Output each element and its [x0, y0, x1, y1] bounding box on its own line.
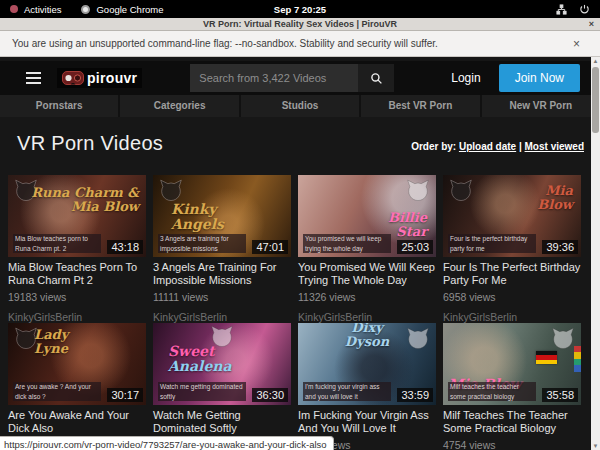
search-input[interactable]: [190, 64, 358, 92]
nav-categories[interactable]: Categories: [120, 95, 240, 117]
thumbnail-caption: Milf teaches the teacher some practical …: [448, 382, 536, 401]
window-close-icon[interactable]: ×: [589, 18, 594, 31]
order-upload-date-link[interactable]: Upload date: [459, 141, 516, 152]
video-title[interactable]: Watch Me Getting Dominated Softly: [153, 409, 291, 434]
nav-new-vr-porn[interactable]: New VR Porn: [482, 95, 600, 117]
video-card[interactable]: Runa Charm & Mia Blow Mia Blow teaches p…: [8, 175, 146, 323]
video-views: 19183 views: [8, 291, 146, 303]
scroll-down-icon[interactable]: ▼: [593, 442, 599, 450]
video-studio-link[interactable]: KinkyGirlsBerlin: [298, 311, 436, 323]
activities-icon: [10, 5, 18, 13]
video-views: 11326 views: [298, 291, 436, 303]
search-button[interactable]: [358, 64, 394, 92]
overlay-name-line: Lyne: [34, 342, 68, 356]
power-icon[interactable]: [579, 4, 590, 15]
video-title[interactable]: Four Is The Perfect Birthday Party For M…: [443, 261, 581, 286]
nav-studios[interactable]: Studios: [241, 95, 361, 117]
video-thumbnail[interactable]: Runa Charm & Mia Blow Mia Blow teaches p…: [8, 175, 146, 257]
video-studio-link[interactable]: KinkyGirlsBerlin: [153, 311, 291, 323]
video-title[interactable]: Mia Blow Teaches Porn To Runa Charm Pt 2: [8, 261, 146, 286]
video-card[interactable]: Billie Star You promised we will keep tr…: [298, 175, 436, 323]
thumbnail-overlay-name: Billie Star: [388, 211, 427, 238]
thumbnail-caption: Are you awake ? And your dick also ?: [13, 382, 101, 401]
video-thumbnail[interactable]: Mia Blow Four is the perfect birthday pa…: [443, 175, 581, 257]
app-menu-button[interactable]: Google Chrome: [96, 4, 163, 15]
site-header: pirouvr Login Join Now: [0, 61, 600, 95]
scrollbar-thumb[interactable]: [592, 67, 599, 133]
duration-badge: 39:36: [542, 240, 578, 254]
overlay-name-line: Star: [388, 225, 427, 239]
site-logo[interactable]: pirouvr: [57, 68, 142, 88]
overlay-name-line: Lady: [34, 328, 68, 342]
thumbnail-caption: Watch me getting dominated softly: [158, 382, 246, 401]
studio-cat-mask-icon: [13, 178, 39, 204]
overlay-name-line: Dixy: [345, 323, 389, 335]
window-title: VR Porn: Virtual Reality Sex Videos | Pi…: [203, 19, 397, 29]
login-link[interactable]: Login: [451, 71, 480, 85]
video-thumbnail[interactable]: Dixy Dyson I'm fucking your virgin ass a…: [298, 323, 436, 405]
video-grid: Runa Charm & Mia Blow Mia Blow teaches p…: [8, 175, 600, 450]
video-title[interactable]: Milf Teaches The Teacher Some Practical …: [443, 409, 581, 434]
join-now-button[interactable]: Join Now: [499, 64, 580, 92]
system-bar: Activities Google Chrome Sep 7 20:25: [0, 0, 600, 18]
hamburger-menu-icon[interactable]: [26, 72, 41, 85]
network-icon[interactable]: [556, 4, 567, 15]
video-card[interactable]: Lady Lyne Are you awake ? And your dick …: [8, 323, 146, 450]
order-most-viewed-link[interactable]: Most viewed: [525, 141, 584, 152]
overlay-name-line: Kinky: [171, 202, 224, 217]
video-views: 4754 views: [443, 439, 581, 450]
window-title-bar[interactable]: VR Porn: Virtual Reality Sex Videos | Pi…: [0, 18, 600, 31]
video-card[interactable]: Sweet Analena Watch me getting dominated…: [153, 323, 291, 450]
video-thumbnail[interactable]: Lady Lyne Are you awake ? And your dick …: [8, 323, 146, 405]
studio-cat-mask-icon: [448, 178, 474, 204]
duration-badge: 43:18: [107, 240, 143, 254]
video-title[interactable]: You Promised We Will Keep Trying The Who…: [298, 261, 436, 286]
video-studio-link[interactable]: KinkyGirlsBerlin: [443, 311, 581, 323]
video-thumbnail[interactable]: Kinky Angels 3 Angels are training for i…: [153, 175, 291, 257]
nav-pornstars[interactable]: Pornstars: [0, 95, 120, 117]
duration-badge: 30:17: [107, 388, 143, 402]
thumbnail-overlay-name: Kinky Angels: [171, 202, 224, 231]
nav-best-vr-porn[interactable]: Best VR Porn: [361, 95, 481, 117]
video-card[interactable]: Kinky Angels 3 Angels are training for i…: [153, 175, 291, 323]
thumbnail-caption: You promised we will keep trying the who…: [303, 234, 391, 253]
order-by-label: Order by:: [411, 141, 456, 152]
video-thumbnail[interactable]: Billie Star You promised we will keep tr…: [298, 175, 436, 257]
video-card[interactable]: Mia Blow Four is the perfect birthday pa…: [443, 175, 581, 323]
video-studio-link[interactable]: KinkyGirlsBerlin: [8, 311, 146, 323]
video-card[interactable]: Dixy Dyson I'm fucking your virgin ass a…: [298, 323, 436, 450]
german-flag-graphic: [536, 351, 557, 364]
thumbnail-overlay-name: Dixy Dyson: [345, 323, 389, 348]
studio-cat-mask-icon: [209, 324, 235, 350]
video-title[interactable]: Are You Awake And Your Dick Also: [8, 409, 146, 434]
activities-button[interactable]: Activities: [24, 4, 61, 15]
video-card[interactable]: Mia Blow Milf teaches the teacher some p…: [443, 323, 581, 450]
duration-badge: 36:30: [252, 388, 288, 402]
overlay-name-line: Blow: [537, 198, 573, 212]
logo-text: pirouvr: [87, 70, 137, 86]
duration-badge: 47:01: [252, 240, 288, 254]
studio-cat-mask-icon: [405, 326, 431, 352]
video-title[interactable]: Im Fucking Your Virgin Ass And You Will …: [298, 409, 436, 434]
video-thumbnail[interactable]: Mia Blow Milf teaches the teacher some p…: [443, 323, 581, 405]
thumbnail-caption: 3 Angels are training for impossible mis…: [158, 234, 246, 253]
scroll-up-icon[interactable]: ▲: [593, 57, 599, 65]
duration-badge: 35:58: [542, 388, 578, 402]
search-group: [190, 64, 394, 92]
warning-close-icon[interactable]: ×: [573, 37, 580, 51]
order-separator: |: [519, 141, 522, 152]
overlay-name-line: Dyson: [345, 335, 389, 349]
studio-cat-mask-icon: [405, 178, 431, 204]
duration-badge: 33:59: [397, 388, 433, 402]
colorful-flag-graphic: [574, 346, 581, 372]
thumbnail-overlay-name: Lady Lyne: [34, 328, 68, 355]
search-icon: [370, 72, 383, 85]
video-thumbnail[interactable]: Sweet Analena Watch me getting dominated…: [153, 323, 291, 405]
thumbnail-caption: I'm fucking your virgin ass and you will…: [303, 382, 391, 401]
chrome-icon: [81, 5, 90, 14]
browser-status-url: https://pirouvr.com/vr-porn-video/779325…: [0, 436, 334, 450]
vertical-scrollbar[interactable]: ▲ ▼: [591, 57, 600, 450]
video-views: 11111 views: [153, 291, 291, 303]
overlay-name-line: Mia: [537, 184, 573, 198]
video-title[interactable]: 3 Angels Are Training For Impossible Mis…: [153, 261, 291, 286]
